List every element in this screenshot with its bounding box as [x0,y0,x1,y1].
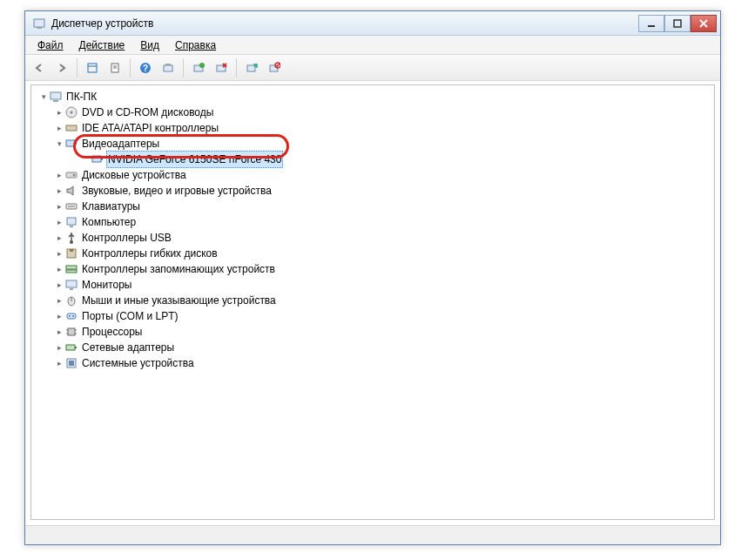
svg-rect-3 [674,20,681,27]
svg-point-39 [70,240,73,244]
minimize-button[interactable] [638,15,664,32]
tree-item-display-adapters[interactable]: ▾ Видеоадаптеры [35,136,714,152]
expand-icon[interactable]: ▸ [54,340,64,355]
tree-item-system[interactable]: ▸ Системные устройства [35,355,714,371]
collapse-icon[interactable]: ▾ [38,89,49,105]
svg-rect-42 [66,266,77,269]
svg-rect-38 [70,226,73,227]
svg-rect-0 [34,19,44,27]
computer-icon [49,90,63,104]
close-button[interactable] [691,15,717,32]
collapse-icon[interactable]: ▾ [54,136,64,152]
svg-rect-24 [51,92,61,99]
menu-file[interactable]: Файл [30,37,71,53]
expand-icon[interactable]: ▸ [54,120,64,136]
titlebar[interactable]: Диспетчер устройств [25,11,720,36]
tree-item-ports[interactable]: ▸ Порты (COM и LPT) [35,308,714,324]
tree-item-storage-controllers[interactable]: ▸ Контроллеры запоминающих устройств [35,261,714,277]
display-adapter-icon [91,152,104,166]
tree-item-usb[interactable]: ▸ Контроллеры USB [35,230,714,246]
network-adapter-icon [64,341,78,354]
tree-item-network[interactable]: ▸ Сетевые адаптеры [35,340,714,355]
maximize-button[interactable] [664,15,691,32]
svg-rect-32 [101,158,103,160]
keyboard-icon [64,199,78,213]
menubar: Файл Действие Вид Справка [25,36,720,55]
tree-item-label: Дисковые устройства [80,167,188,183]
svg-rect-51 [68,328,75,335]
expand-icon[interactable]: ▸ [54,355,64,371]
tree-item-ide[interactable]: ▸ IDE ATA/ATAPI контроллеры [35,120,714,136]
svg-rect-25 [53,100,58,102]
expand-icon[interactable]: ▸ [54,277,64,293]
svg-point-27 [71,111,73,114]
svg-rect-14 [165,64,171,65]
tree-item-floppy[interactable]: ▸ Контроллеры гибких дисков [35,246,714,261]
menu-view[interactable]: Вид [133,37,166,53]
tree-item-label: Звуковые, видео и игровые устройства [80,183,273,199]
nav-forward-button[interactable] [51,57,72,78]
svg-rect-1 [37,27,42,29]
expand-icon[interactable]: ▸ [54,214,64,230]
tree-item-disk-drives[interactable]: ▸ Дисковые устройства [35,167,714,183]
svg-rect-29 [66,140,75,146]
tree-item-label: Компьютер [80,214,138,230]
svg-rect-59 [69,361,74,366]
svg-rect-57 [75,347,77,348]
statusbar [25,525,720,544]
svg-rect-28 [66,125,77,131]
tree-item-computer[interactable]: ▸ Компьютер [35,214,714,230]
system-device-icon [64,356,78,370]
menu-action[interactable]: Действие [72,37,132,53]
tree-item-dvd[interactable]: ▸ DVD и CD-ROM дисководы [35,105,714,120]
tree-item-monitors[interactable]: ▸ Мониторы [35,277,714,293]
tree-item-label: Системные устройства [80,355,196,371]
svg-point-16 [199,63,205,68]
svg-point-50 [72,315,74,317]
tree-root[interactable]: ▾ ПК-ПК [35,89,714,105]
svg-rect-44 [66,280,77,287]
update-driver-button[interactable] [188,57,209,78]
expand-icon[interactable]: ▸ [54,246,64,261]
tree-item-label: Мыши и иные указывающие устройства [80,293,278,308]
expand-icon[interactable]: ▸ [54,199,64,214]
expand-icon[interactable]: ▸ [54,308,64,324]
expand-icon[interactable]: ▸ [54,167,64,183]
display-adapter-icon [64,137,78,151]
nav-back-button[interactable] [29,57,50,78]
toolbar: ? [25,55,720,81]
tree-item-label: IDE ATA/ATAPI контроллеры [80,120,220,136]
enable-device-button[interactable] [241,57,262,78]
expand-icon[interactable]: ▸ [54,105,64,120]
expand-icon[interactable]: ▸ [54,261,64,277]
tree-item-processors[interactable]: ▸ Процессоры [35,324,714,340]
svg-rect-30 [75,142,77,145]
help-button[interactable]: ? [135,57,156,78]
tree-item-label: Порты (COM и LPT) [80,308,180,324]
properties-button[interactable] [104,57,125,78]
disable-device-button[interactable] [264,57,285,78]
tree-item-label: Контроллеры запоминающих устройств [80,261,277,277]
tree-item-mice[interactable]: ▸ Мыши и иные указывающие устройства [35,293,714,308]
menu-help[interactable]: Справка [168,37,223,53]
uninstall-button[interactable] [211,57,232,78]
expand-icon[interactable]: ▸ [54,230,64,246]
svg-rect-37 [67,218,76,225]
svg-point-49 [69,315,71,317]
device-tree[interactable]: ▾ ПК-ПК ▸ DVD и CD-ROM дисководы ▸ IDE A… [30,84,715,520]
tree-item-label: NVIDIA GeForce 6150SE nForce 430 [106,151,283,168]
expand-icon[interactable]: ▸ [54,324,64,340]
svg-rect-6 [88,64,97,72]
tree-item-keyboards[interactable]: ▸ Клавиатуры [35,199,714,214]
ide-controller-icon [64,121,78,135]
svg-rect-41 [70,249,73,252]
tree-item-sound[interactable]: ▸ Звуковые, видео и игровые устройства [35,183,714,199]
expand-icon[interactable]: ▸ [54,183,64,199]
expand-icon[interactable]: ▸ [54,293,64,308]
floppy-controller-icon [64,246,78,260]
scan-hardware-button[interactable] [158,57,179,78]
tree-item-nvidia-6150se[interactable]: ▸ NVIDIA GeForce 6150SE nForce 430 [35,152,714,167]
show-hide-tree-button[interactable] [82,57,103,78]
speaker-icon [64,184,78,198]
tree-item-label: Процессоры [80,324,145,340]
